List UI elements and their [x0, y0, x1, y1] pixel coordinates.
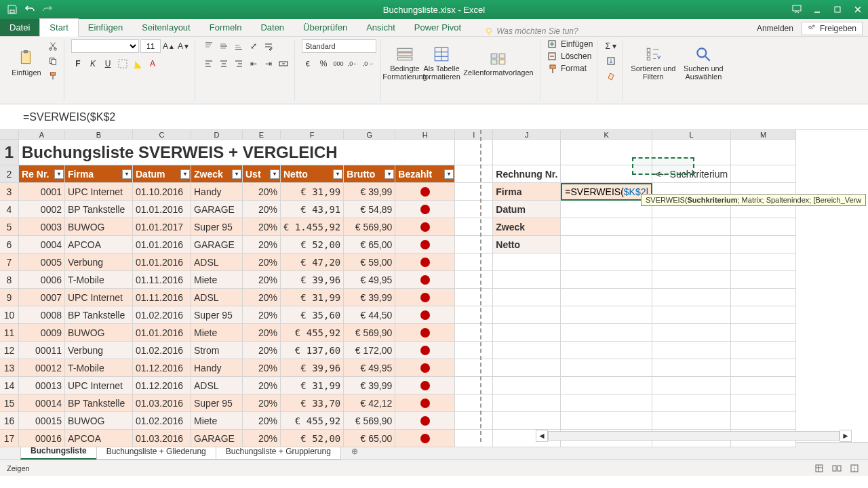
underline-button[interactable]: U [101, 57, 115, 70]
filter-icon[interactable]: ▾ [232, 169, 241, 179]
tab-review[interactable]: Überprüfen [294, 19, 357, 36]
increase-font-icon[interactable]: A▲ [162, 39, 176, 53]
align-bottom-icon[interactable] [232, 39, 245, 53]
table-row[interactable]: 6 0004 APCOA 01.01.2016 GARAGE 20% € 52,… [0, 236, 796, 253]
col-header[interactable]: Firma▾ [65, 165, 133, 183]
align-left-icon[interactable] [202, 57, 216, 70]
table-row[interactable]: 5 0003 BUWOG 01.01.2017 Super 95 20% € 1… [0, 218, 796, 236]
save-icon[interactable] [7, 4, 18, 15]
close-icon[interactable] [848, 0, 868, 19]
find-select-button[interactable]: Suchen und Auswählen [679, 39, 727, 87]
maximize-icon[interactable] [827, 0, 848, 19]
lookup-criteria-cell[interactable] [561, 165, 652, 183]
table-row[interactable]: 14 00013 UPC Internet 01.12.2016 ADSL 20… [0, 377, 796, 394]
fill-color-icon[interactable] [131, 57, 144, 70]
decrease-decimal-icon[interactable]: ,0→ [361, 57, 375, 70]
border-icon[interactable] [116, 57, 130, 70]
percent-icon[interactable]: % [317, 57, 330, 70]
merge-center-icon[interactable] [277, 57, 290, 70]
view-break-icon[interactable] [848, 462, 861, 475]
table-row[interactable]: 13 00012 T-Mobile 01.12.2016 Handy 20% €… [0, 359, 796, 377]
col-header[interactable]: Re Nr.▾ [19, 165, 65, 183]
formula-input[interactable]: =SVERWEIS($K$2 [7, 111, 115, 123]
sign-in-link[interactable]: Anmelden [750, 21, 800, 36]
editing-cell[interactable]: =SVERWEIS($K$2| [561, 183, 652, 201]
filter-icon[interactable]: ▾ [54, 169, 64, 179]
paste-button[interactable]: Einfügen [9, 39, 43, 87]
sort-filter-button[interactable]: Sortieren und Filtern [629, 39, 677, 87]
share-button[interactable]: Freigeben [802, 22, 863, 35]
cut-icon[interactable] [46, 39, 60, 53]
increase-indent-icon[interactable]: ⇥ [262, 57, 275, 70]
col-header[interactable]: Brutto▾ [344, 165, 395, 183]
scroll-left-icon[interactable]: ◄ [536, 430, 548, 442]
align-right-icon[interactable] [232, 57, 245, 70]
clear-icon[interactable] [604, 69, 618, 83]
tab-formulas[interactable]: Formeln [200, 19, 252, 36]
font-size-input[interactable] [140, 39, 161, 53]
format-cells-button[interactable]: Format [547, 64, 587, 75]
filter-icon[interactable]: ▾ [270, 169, 279, 179]
tab-file[interactable]: Datei [0, 19, 39, 36]
col-header[interactable]: Netto▾ [281, 165, 344, 183]
filter-icon[interactable]: ▾ [180, 169, 190, 179]
filter-icon[interactable]: ▾ [122, 169, 132, 179]
view-layout-icon[interactable] [830, 462, 844, 475]
align-center-icon[interactable] [217, 57, 231, 70]
table-row[interactable]: 9 0007 UPC Internet 01.11.2016 ADSL 20% … [0, 289, 796, 306]
thousands-icon[interactable]: 000 [332, 57, 345, 70]
fill-icon[interactable] [604, 54, 618, 68]
align-middle-icon[interactable] [217, 39, 231, 53]
bold-button[interactable]: F [71, 57, 85, 70]
horizontal-scrollbar[interactable]: ◄ ► [536, 430, 852, 442]
currency-icon[interactable]: € [302, 57, 315, 70]
orientation-icon[interactable]: ⤢ [247, 39, 260, 53]
filter-icon[interactable]: ▾ [384, 169, 394, 179]
tab-data[interactable]: Daten [251, 19, 294, 36]
table-row[interactable]: 7 0005 Verbung 01.01.2016 ADSL 20% € 47,… [0, 253, 796, 271]
font-family-select[interactable] [71, 39, 139, 53]
minimize-icon[interactable] [807, 0, 827, 19]
copy-icon[interactable] [46, 54, 60, 68]
col-header[interactable]: Zweck▾ [191, 165, 243, 183]
tab-insert[interactable]: Einfügen [79, 19, 132, 36]
font-color-icon[interactable]: A [146, 57, 159, 70]
redo-icon[interactable] [42, 4, 53, 15]
conditional-format-button[interactable]: Bedingte Formatierung [388, 39, 422, 87]
number-format-select[interactable]: Standard [302, 39, 376, 53]
tab-powerpivot[interactable]: Power Pivot [405, 19, 471, 36]
tab-start[interactable]: Start [39, 18, 78, 37]
increase-decimal-icon[interactable]: ,0← [347, 57, 360, 70]
filter-icon[interactable]: ▾ [444, 169, 454, 179]
autosum-icon[interactable]: Σ ▾ [604, 39, 617, 53]
format-painter-icon[interactable] [46, 69, 60, 83]
table-row[interactable]: 8 0006 T-Mobile 01.11.2016 Miete 20% € 3… [0, 271, 796, 289]
delete-cells-button[interactable]: Löschen [547, 52, 591, 62]
formula-bar[interactable]: =SVERWEIS($K$2 [0, 104, 868, 130]
tell-me-search[interactable]: Was möchten Sie tun? [484, 26, 578, 36]
view-normal-icon[interactable] [812, 462, 826, 475]
decrease-font-icon[interactable]: A▼ [177, 39, 191, 53]
col-header[interactable]: Ust▾ [243, 165, 281, 183]
table-row[interactable]: 16 00015 BUWOG 01.02.2016 Miete 20% € 45… [0, 412, 796, 430]
insert-cells-button[interactable]: Einfügen [547, 39, 593, 50]
tab-layout[interactable]: Seitenlayout [132, 19, 200, 36]
worksheet-grid[interactable]: ABCDEFGHIJKLM 1Buchungsliste SVERWEIS + … [0, 130, 868, 442]
undo-icon[interactable] [24, 4, 35, 15]
tab-view[interactable]: Ansicht [357, 19, 405, 36]
filter-icon[interactable]: ▾ [333, 169, 342, 179]
scroll-right-icon[interactable]: ► [840, 430, 852, 442]
col-header[interactable]: Bezahlt▾ [395, 165, 455, 183]
table-row[interactable]: 11 0009 BUWOG 01.01.2016 Miete 20% € 455… [0, 324, 796, 342]
format-as-table-button[interactable]: Als Tabelle formatieren [425, 39, 458, 87]
col-header[interactable]: Datum▾ [133, 165, 191, 183]
cell-styles-button[interactable]: Zellenformatvorlagen [461, 39, 536, 87]
decrease-indent-icon[interactable]: ⇤ [247, 57, 260, 70]
italic-button[interactable]: K [86, 57, 100, 70]
align-top-icon[interactable] [202, 39, 216, 53]
wrap-text-icon[interactable] [262, 39, 275, 53]
table-row[interactable]: 12 00011 Verbung 01.02.2016 Strom 20% € … [0, 342, 796, 359]
ribbon-options-icon[interactable] [787, 0, 807, 19]
table-row[interactable]: 10 0008 BP Tankstelle 01.02.2016 Super 9… [0, 306, 796, 324]
table-row[interactable]: 15 00014 BP Tankstelle 01.03.2016 Super … [0, 394, 796, 412]
